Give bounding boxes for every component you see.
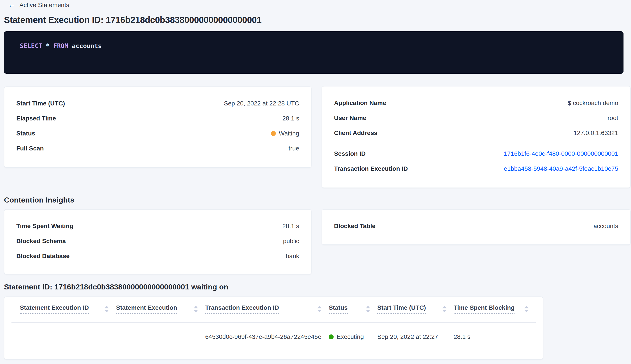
back-arrow-icon: ← xyxy=(8,1,15,8)
blocked-schema-row: Blocked Schema public xyxy=(4,234,311,248)
back-link-label: Active Statements xyxy=(20,1,69,8)
column-header-time-spent-blocking[interactable]: Time Spent Blocking xyxy=(454,304,536,314)
transaction-execution-id-row: Transaction Execution ID e1bba458-5948-4… xyxy=(322,161,630,176)
execution-details-card: Start Time (UTC) Sep 20, 2022 at 22:28 U… xyxy=(4,86,312,168)
cell-time-spent-blocking: 28.1 s xyxy=(454,333,536,340)
full-scan-row: Full Scan true xyxy=(4,141,311,156)
time-spent-waiting-label: Time Spent Waiting xyxy=(16,222,73,230)
blocked-database-value: bank xyxy=(286,252,299,260)
table-row-divider xyxy=(12,351,536,351)
blocked-schema-label: Blocked Schema xyxy=(16,237,66,244)
blocked-table-row: Blocked Table accounts xyxy=(322,218,630,234)
status-text: Waiting xyxy=(279,130,299,137)
cell-transaction-execution-id: 64530d0c-969f-437e-a9b4-26a72245e45e xyxy=(205,333,329,340)
application-name-row: Application Name $ cockroach demo xyxy=(322,95,630,110)
contention-waiting-card: Time Spent Waiting 28.1 s Blocked Schema… xyxy=(4,209,312,274)
session-id-row: Session ID 1716b1f6-4e0c-f480-0000-00000… xyxy=(322,146,630,161)
elapsed-time-row: Elapsed Time 28.1 s xyxy=(4,111,311,126)
application-name-label: Application Name xyxy=(334,99,386,106)
full-scan-label: Full Scan xyxy=(16,145,44,152)
column-header-status[interactable]: Status xyxy=(329,304,377,314)
column-label: Transaction Execution ID xyxy=(205,304,279,314)
sql-table-name: accounts xyxy=(68,42,102,50)
column-header-start-time[interactable]: Start Time (UTC) xyxy=(377,304,454,314)
column-header-transaction-execution-id[interactable]: Transaction Execution ID xyxy=(205,304,329,314)
full-scan-value: true xyxy=(288,145,299,152)
column-header-statement-execution-id[interactable]: Statement Execution ID xyxy=(20,304,116,314)
start-time-row: Start Time (UTC) Sep 20, 2022 at 22:28 U… xyxy=(4,96,311,111)
cell-start-time: Sep 20, 2022 at 22:27 xyxy=(377,333,454,340)
column-header-statement-execution[interactable]: Statement Execution xyxy=(116,304,205,314)
waiting-on-heading: Statement ID: 1716b218dc0b38380000000000… xyxy=(4,283,228,292)
card-divider xyxy=(331,143,621,144)
column-label: Status xyxy=(329,304,348,314)
sort-arrows-icon[interactable] xyxy=(366,306,370,312)
start-time-value: Sep 20, 2022 at 22:28 UTC xyxy=(224,100,299,107)
session-details-card: Application Name $ cockroach demo User N… xyxy=(322,86,630,188)
sort-arrows-icon[interactable] xyxy=(317,306,322,312)
cell-status-text: Executing xyxy=(337,333,364,340)
status-row: Status Waiting xyxy=(4,126,311,141)
user-name-label: User Name xyxy=(334,114,366,121)
session-id-link[interactable]: 1716b1f6-4e0c-f480-0000-000000000001 xyxy=(504,150,618,157)
back-to-active-statements-link[interactable]: ← Active Statements xyxy=(8,1,69,8)
contention-insights-heading: Contention Insights xyxy=(4,196,74,205)
client-address-row: Client Address 127.0.0.1:63321 xyxy=(322,125,630,140)
sql-statement-box: SELECT * FROM accounts xyxy=(4,31,624,74)
blocked-table-label: Blocked Table xyxy=(334,222,376,230)
executing-status-dot-icon xyxy=(329,334,334,339)
sort-arrows-icon[interactable] xyxy=(194,306,198,312)
page-title: Statement Execution ID: 1716b218dc0b3838… xyxy=(4,15,262,25)
user-name-value: root xyxy=(608,114,618,121)
transaction-execution-id-label: Transaction Execution ID xyxy=(334,165,408,172)
transaction-execution-id-link[interactable]: e1bba458-5948-40a9-a42f-5feac1b10e75 xyxy=(504,165,618,172)
elapsed-time-label: Elapsed Time xyxy=(16,115,56,122)
blocked-database-label: Blocked Database xyxy=(16,252,70,260)
user-name-row: User Name root xyxy=(322,110,630,125)
column-label: Start Time (UTC) xyxy=(377,304,426,314)
time-spent-waiting-row: Time Spent Waiting 28.1 s xyxy=(4,218,311,234)
cell-status: Executing xyxy=(329,333,377,340)
status-label: Status xyxy=(16,130,35,137)
waiting-status-dot-icon xyxy=(271,131,276,136)
column-label: Time Spent Blocking xyxy=(454,304,514,314)
client-address-label: Client Address xyxy=(334,129,378,136)
sort-arrows-icon[interactable] xyxy=(104,306,109,312)
session-id-label: Session ID xyxy=(334,150,366,157)
table-row: 64530d0c-969f-437e-a9b4-26a72245e45e Exe… xyxy=(20,322,536,351)
blocked-table-value: accounts xyxy=(594,222,618,230)
waiting-on-table-header: Statement Execution ID Statement Executi… xyxy=(20,304,536,314)
time-spent-waiting-value: 28.1 s xyxy=(282,222,299,230)
blocked-schema-value: public xyxy=(283,237,299,244)
blocked-database-row: Blocked Database bank xyxy=(4,248,311,264)
blocked-table-card: Blocked Table accounts xyxy=(322,209,630,245)
statement-execution-details-page: ← Active Statements Statement Execution … xyxy=(0,0,631,364)
status-value: Waiting xyxy=(271,130,299,137)
sort-arrows-icon[interactable] xyxy=(524,306,529,312)
start-time-label: Start Time (UTC) xyxy=(16,100,65,107)
elapsed-time-value: 28.1 s xyxy=(282,115,299,122)
sql-star: * xyxy=(42,42,54,50)
application-name-value: $ cockroach demo xyxy=(568,99,618,106)
client-address-value: 127.0.0.1:63321 xyxy=(574,129,618,136)
sql-keyword-select: SELECT xyxy=(20,42,42,50)
column-label: Statement Execution xyxy=(116,304,177,314)
sort-arrows-icon[interactable] xyxy=(442,306,446,312)
waiting-on-table-card: Statement Execution ID Statement Executi… xyxy=(4,296,543,360)
column-label: Statement Execution ID xyxy=(20,304,89,314)
sql-keyword-from: FROM xyxy=(54,42,68,50)
